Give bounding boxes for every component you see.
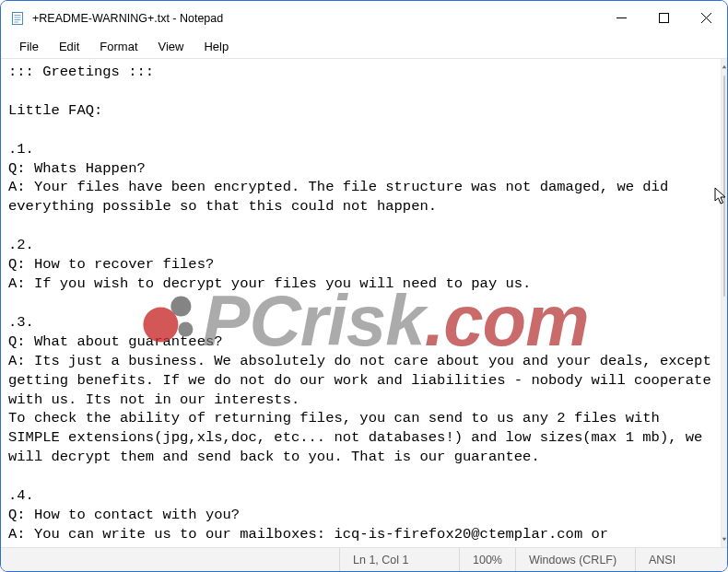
status-zoom: 100%: [459, 548, 515, 571]
menu-format[interactable]: Format: [90, 38, 147, 55]
status-spacer: [1, 548, 339, 571]
minimize-button[interactable]: [600, 1, 642, 36]
notepad-window: +README-WARNING+.txt - Notepad File Edit…: [0, 0, 728, 572]
status-encoding: ANSI: [635, 548, 727, 571]
menu-help[interactable]: Help: [194, 38, 238, 55]
menu-view[interactable]: View: [149, 38, 194, 55]
svg-rect-0: [13, 12, 23, 24]
scroll-up-arrow-icon[interactable]: [722, 59, 727, 75]
window-controls: [600, 1, 727, 36]
scroll-thumb[interactable]: [723, 76, 725, 297]
window-title: +README-WARNING+.txt - Notepad: [32, 12, 223, 25]
titlebar: +README-WARNING+.txt - Notepad: [1, 1, 727, 36]
close-button[interactable]: [685, 1, 727, 36]
svg-rect-6: [659, 14, 668, 23]
maximize-button[interactable]: [642, 1, 685, 36]
text-content[interactable]: ::: Greetings ::: Little FAQ: .1. Q: Wha…: [1, 59, 721, 547]
editor-area: ::: Greetings ::: Little FAQ: .1. Q: Wha…: [1, 58, 727, 547]
statusbar: Ln 1, Col 1 100% Windows (CRLF) ANSI: [1, 547, 727, 571]
menu-edit[interactable]: Edit: [50, 38, 88, 55]
scroll-down-arrow-icon[interactable]: [722, 531, 727, 547]
notepad-app-icon: [10, 11, 25, 26]
menu-file[interactable]: File: [10, 38, 48, 55]
status-line-ending: Windows (CRLF): [515, 548, 635, 571]
menubar: File Edit Format View Help: [1, 36, 727, 58]
vertical-scrollbar[interactable]: [721, 59, 727, 547]
status-cursor-position: Ln 1, Col 1: [339, 548, 459, 571]
